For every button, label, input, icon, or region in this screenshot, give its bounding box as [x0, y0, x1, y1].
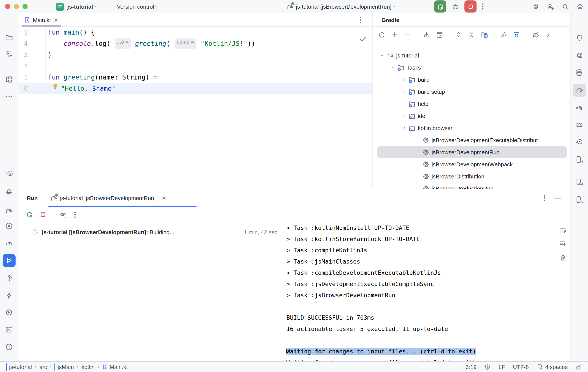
gradle-tree-row[interactable]: jsBrowserDevelopmentWebpack [377, 158, 567, 170]
code-editor[interactable]: 5fun main() {4 console.log( ...o = greet… [18, 27, 372, 189]
soft-wrap-icon[interactable] [559, 226, 567, 234]
status-shield-icon[interactable] [484, 364, 491, 370]
close-icon[interactable]: ✕ [53, 17, 58, 23]
search-icon[interactable] [562, 3, 569, 10]
chevron-right-icon[interactable]: › [400, 76, 407, 83]
database-tool-button[interactable] [573, 66, 586, 79]
code-line[interactable]: 1fun greeting(name: String) = [18, 72, 372, 83]
run-tab[interactable]: js-tutorial [jsBrowserDevelopmentRun] ✕ [48, 189, 168, 207]
line-separator-indicator[interactable]: LF [499, 364, 505, 370]
profiler-tool-window-button[interactable] [2, 237, 15, 250]
intention-bulb-icon[interactable] [52, 83, 58, 90]
chevron-right-icon[interactable]: › [400, 113, 407, 119]
maven-tool-button[interactable] [573, 101, 586, 114]
minimize-window-button[interactable] [14, 4, 19, 9]
code-line[interactable]: 6"Hello, $name" [18, 83, 372, 94]
group-tasks-folder-icon[interactable] [481, 31, 488, 38]
target-tool-button[interactable] [573, 135, 586, 148]
zoom-window-button[interactable] [22, 4, 28, 9]
run-status-row[interactable]: js-tutorial [jsBrowserDevelopmentRun]: B… [18, 226, 282, 238]
run-options-kebab[interactable] [544, 195, 545, 201]
run-tool-window-button[interactable] [2, 254, 15, 267]
monitor-eye-icon[interactable] [59, 211, 66, 218]
rerun-button[interactable] [434, 0, 446, 12]
lightning-tool-button[interactable] [2, 289, 15, 302]
collapse-all-icon[interactable] [468, 31, 475, 38]
running-devices-button[interactable] [573, 175, 586, 188]
inlay-hint[interactable]: ...o = [115, 38, 131, 49]
gradle-tree-row[interactable]: ›help [377, 98, 567, 110]
structure-tool-button[interactable] [2, 73, 15, 86]
cat-plugin-tool-button[interactable] [2, 168, 15, 181]
debug-button[interactable] [449, 0, 462, 12]
tab-main-kt[interactable]: Main.kt ✕ [18, 13, 63, 26]
download-sources-icon[interactable] [423, 31, 430, 38]
unlocked-icon[interactable] [576, 364, 582, 370]
shapes-tool-button[interactable] [2, 48, 15, 61]
build-hammer-tool-button[interactable] [2, 272, 15, 285]
chevron-right-icon[interactable]: › [400, 101, 407, 107]
minus-icon[interactable] [404, 31, 411, 38]
code-line[interactable]: 2 [18, 61, 372, 72]
hide-panel-button[interactable]: — [554, 194, 561, 202]
execute-task-search-icon[interactable] [500, 31, 507, 38]
plus-icon[interactable] [391, 31, 398, 38]
chevron-down-icon[interactable]: › [379, 52, 385, 59]
chevron-right-icon[interactable]: › [400, 89, 407, 95]
project-tool-button[interactable] [2, 31, 15, 44]
sync-gradle-icon[interactable] [378, 31, 385, 38]
gradle-tree-row[interactable]: jsBrowserDistribution [377, 170, 567, 182]
breadcrumb-item[interactable]: kotlin [82, 364, 94, 370]
gradle-tree-row[interactable]: jsBrowserDevelopmentRun [377, 146, 567, 158]
inlay-hint[interactable]: name = [175, 38, 196, 49]
stop-icon[interactable] [39, 211, 47, 218]
settings-gear-icon[interactable] [576, 3, 584, 10]
breadcrumb-item[interactable]: jsMain [55, 364, 74, 370]
gradle-tree-row[interactable]: ›build [377, 74, 567, 85]
more-actions-kebab[interactable] [482, 3, 483, 10]
services-tool-window-button[interactable] [2, 220, 15, 233]
breadcrumb-item[interactable]: src [40, 364, 47, 370]
scroll-to-end-icon[interactable] [559, 240, 567, 248]
more-tools-button[interactable] [2, 90, 15, 103]
gradle-tree-row[interactable]: jsBrowserProductionRun [377, 182, 567, 189]
breadcrumb-item[interactable]: Main.kt [102, 364, 128, 370]
hexagon-play-tool-button[interactable] [2, 306, 15, 319]
code-line[interactable]: 5fun main() { [18, 27, 372, 38]
device-explorer-button[interactable] [573, 153, 586, 166]
version-control-menu[interactable]: Version control › [117, 3, 157, 10]
run-task-window-icon[interactable] [436, 31, 443, 38]
gradle-tree-row[interactable]: ›kotlin browser [377, 122, 567, 134]
encoding-indicator[interactable]: UTF-8 [513, 364, 529, 370]
gradle-tree-row[interactable]: ›js-tutorial [377, 49, 567, 61]
indent-indicator[interactable]: 4 spaces [536, 364, 568, 370]
gradle-tree-row[interactable]: ›build setup [377, 85, 567, 98]
editor-options-kebab[interactable] [360, 17, 361, 23]
add-user-icon[interactable] [547, 3, 554, 10]
bug-tool-button[interactable] [573, 118, 586, 131]
build-tool-window-button[interactable] [2, 204, 15, 217]
caret-position[interactable]: 6:19 [465, 364, 477, 370]
gradle-tree-row[interactable]: jsBrowserDevelopmentExecutableDistribut [377, 134, 567, 146]
run-more-kebab[interactable] [74, 212, 76, 218]
breadcrumb-item[interactable]: js-tutorial [6, 364, 32, 370]
terminal-tool-window-button[interactable] [2, 323, 15, 336]
close-window-button[interactable] [5, 4, 10, 9]
offline-mode-icon[interactable] [532, 31, 539, 38]
code-line[interactable]: 3} [18, 49, 372, 61]
problems-tool-window-button[interactable] [2, 340, 15, 353]
notifications-button[interactable] [573, 32, 586, 44]
wagon-plugin-tool-button[interactable] [2, 185, 15, 198]
stop-button[interactable] [464, 0, 477, 12]
ai-assistant-icon[interactable] [532, 3, 540, 10]
gradle-tree-row[interactable]: ›ide [377, 110, 567, 122]
expand-all-icon[interactable] [455, 31, 462, 38]
chevron-right-icon[interactable] [545, 31, 552, 38]
chevron-down-icon[interactable]: › [401, 124, 407, 131]
run-configuration-selector[interactable]: js-tutorial [jsBrowserDevelopmentRun] › [286, 3, 395, 10]
dependencies-update-icon[interactable] [513, 31, 520, 38]
close-icon[interactable]: ✕ [162, 195, 166, 201]
inspections-check-icon[interactable] [359, 36, 366, 42]
chevron-down-icon[interactable]: › [390, 64, 396, 71]
device-file-explorer-button[interactable] [573, 193, 586, 206]
